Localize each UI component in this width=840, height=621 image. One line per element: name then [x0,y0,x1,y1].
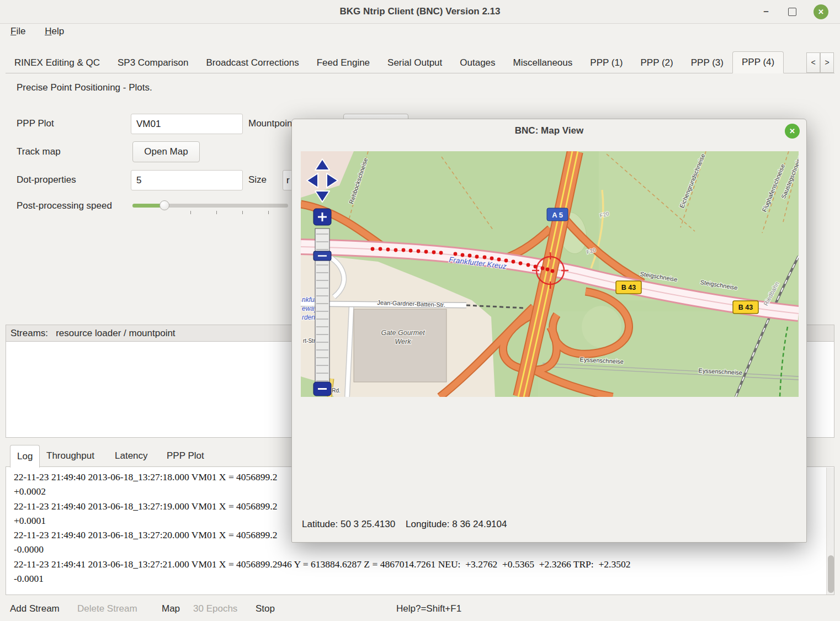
slider-tick [190,211,191,214]
menu-bar: File Help [0,23,840,42]
ppp-plot-label: PPP Plot [17,118,54,129]
tab-ppp-4[interactable]: PPP (4) [732,51,784,73]
panel-description: Precise Point Positioning - Plots. [17,82,152,93]
shield-b43: B 43 [738,304,753,311]
slider-tick [242,211,243,214]
shield-a5: A 5 [552,211,563,219]
tab-ppp-1[interactable]: PPP (1) [581,52,631,73]
delete-stream-button: Delete Stream [77,601,137,617]
map-canvas-wrap: A 5 B 43 B 43 Frankfurter Kreuz Jean-Gar… [301,151,799,397]
tab-log[interactable]: Log [10,445,40,468]
tab-sp3-comparison[interactable]: SP3 Comparison [109,52,198,73]
map-label: Rd. [332,388,341,394]
map-label: Werk [395,338,412,346]
tab-feed-engine[interactable]: Feed Engine [308,52,379,73]
tab-ppp-3[interactable]: PPP (3) [682,52,732,73]
speed-slider-track[interactable] [132,204,288,208]
title-bar: BKG Ntrip Client (BNC) Version 2.13 – ✕ [0,0,840,24]
dialog-title: BNC: Map View [292,119,806,142]
tab-throughput[interactable]: Throughput [46,445,94,467]
post-processing-speed-label: Post-processing speed [17,200,112,211]
open-map-button[interactable]: Open Map [132,141,200,162]
log-scrollbar[interactable] [826,468,834,595]
coordinate-status: Latitude: 50 3 25.4130 Longitude: 8 36 2… [302,519,507,530]
log-line: -0.0001 [14,571,820,586]
tab-rinex-editing-qc[interactable]: RINEX Editing & QC [6,52,109,73]
ppp-plot-input[interactable] [131,114,243,134]
size-label: Size [248,174,267,185]
map-button[interactable]: Map [162,601,180,617]
tab-ppp-2[interactable]: PPP (2) [632,52,682,73]
map-label: rt-Str. [303,338,316,344]
mountpoint-label: Mountpoint [248,118,295,129]
epochs-button: 30 Epochs [193,601,237,617]
zoom-control [313,209,331,396]
slider-tick [268,211,269,214]
tab-latency[interactable]: Latency [115,445,148,467]
menu-help[interactable]: Help [36,23,72,40]
tab-serial-output[interactable]: Serial Output [379,52,451,73]
shield-b43: B 43 [621,284,636,291]
tab-bar: RINEX Editing & QC SP3 Comparison Broadc… [6,52,834,73]
menu-file[interactable]: File [2,23,34,40]
dialog-close-button[interactable]: ✕ [785,124,800,139]
dot-properties-label: Dot-properties [17,174,76,185]
tab-broadcast-corrections[interactable]: Broadcast Corrections [197,52,307,73]
building-gate-gourmet [354,309,446,382]
tab-scroll-right-button[interactable]: > [820,52,834,73]
tab-outages[interactable]: Outages [451,52,504,73]
speed-slider-handle[interactable] [160,200,169,210]
minimize-button[interactable]: – [758,4,774,19]
tab-miscellaneous[interactable]: Miscellaneous [504,52,582,73]
tab-scroll-left-button[interactable]: < [806,52,820,73]
map-canvas[interactable]: A 5 B 43 B 43 Frankfurter Kreuz Jean-Gar… [301,151,799,397]
add-stream-button[interactable]: Add Stream [10,601,60,617]
slider-tick [216,211,217,214]
track-map-label: Track map [17,146,61,157]
map-view-dialog: BNC: Map View ✕ [291,119,807,543]
log-scrollbar-thumb[interactable] [828,555,834,593]
bnc-main-window: BKG Ntrip Client (BNC) Version 2.13 – ✕ … [0,0,840,621]
close-button[interactable]: ✕ [814,4,828,19]
tab-ppp-plot[interactable]: PPP Plot [167,445,204,467]
window-title: BKG Ntrip Client (BNC) Version 2.13 [0,0,840,23]
help-hint: Help?=Shift+F1 [396,601,461,617]
dot-properties-input[interactable] [131,170,243,190]
maximize-button[interactable] [788,8,796,16]
log-line: 22-11-23 21:49:41 2013-06-18_13:27:21.00… [14,557,820,571]
map-label: Gate Gourmet [381,329,425,337]
log-line: -0.0000 [14,542,820,556]
stop-button[interactable]: Stop [256,601,275,617]
